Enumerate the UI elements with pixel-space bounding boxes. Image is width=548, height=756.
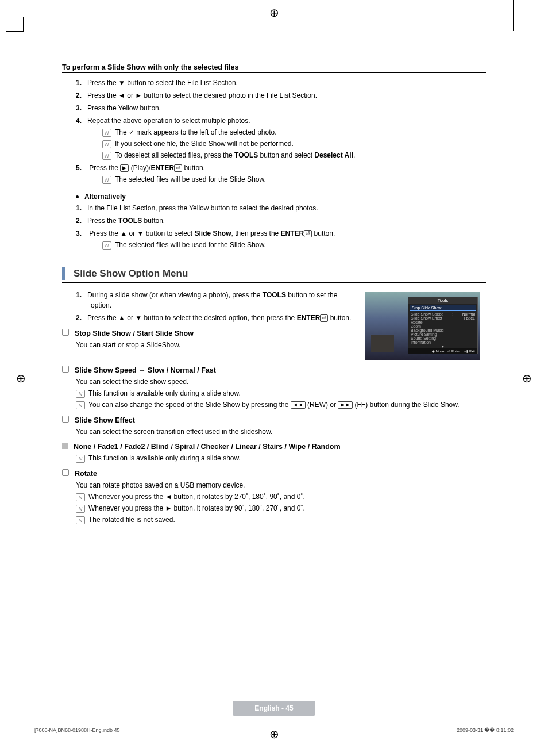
crop-mark bbox=[6, 17, 24, 32]
step-item: 1.Press the ▼ button to select the File … bbox=[87, 78, 486, 88]
section-title: To perform a Slide Show with only the se… bbox=[62, 63, 486, 73]
bullet-box-icon bbox=[62, 366, 69, 373]
note-icon: N bbox=[76, 505, 85, 513]
step-item: 1.In the File List Section, press the Ye… bbox=[87, 203, 486, 213]
tools-item: Rotate bbox=[408, 320, 477, 324]
note-item: NWhenever you press the ◄ button, it rot… bbox=[76, 492, 486, 502]
enter-icon: ⏎ bbox=[174, 164, 182, 172]
bullet-box-icon bbox=[62, 416, 69, 423]
play-icon: ▶ bbox=[120, 164, 129, 172]
note-item: NYou can also change the speed of the Sl… bbox=[76, 400, 486, 410]
note-icon: N bbox=[102, 129, 111, 137]
tools-row: Slide Show Speed:Normal bbox=[408, 312, 477, 316]
note-item: NIf you select one file, the Slide Show … bbox=[102, 139, 486, 149]
move-hint: ◆ Move bbox=[432, 349, 444, 353]
subsection-heading: Slide Show Speed → Slow / Normal / Fast bbox=[62, 366, 486, 374]
note-item: NTo deselect all selected files, press t… bbox=[102, 150, 486, 160]
subsection-heading: Slide Show Effect bbox=[62, 416, 486, 424]
note-icon: N bbox=[102, 152, 111, 160]
note-icon: N bbox=[102, 241, 111, 250]
note-item: NThis function is available only during … bbox=[76, 453, 486, 463]
rew-icon: ◄◄ bbox=[291, 401, 306, 409]
bullet-box-icon bbox=[62, 329, 69, 336]
tools-selected: Stop Slide Show bbox=[410, 305, 476, 311]
note-icon: N bbox=[76, 516, 85, 524]
source-file-label: [7000-NA]BN68-01988H-Eng.indb 45 bbox=[34, 727, 120, 733]
enter-hint: ⏎ Enter bbox=[447, 349, 460, 353]
step-item: 2.Press the TOOLS button. bbox=[87, 216, 486, 226]
timestamp-label: 2009-03-31 �� 8:11:02 bbox=[457, 727, 514, 733]
step-item: 3. Press the ▲ or ▼ button to select Sli… bbox=[87, 228, 486, 250]
tools-item: Sound Setting bbox=[408, 336, 477, 340]
step-item: 4.Repeat the above operation to select m… bbox=[87, 116, 486, 160]
note-item: NThe selected files will be used for the… bbox=[102, 174, 486, 185]
note-icon: N bbox=[76, 493, 85, 501]
tools-item: Information bbox=[408, 340, 477, 344]
registration-mark-icon: ⊕ bbox=[16, 371, 26, 385]
registration-mark-icon: ⊕ bbox=[522, 371, 532, 385]
bullet-icon bbox=[76, 195, 79, 198]
note-icon: N bbox=[102, 140, 111, 148]
step-item: 1.During a slide show (or when viewing a… bbox=[87, 290, 355, 310]
step-item: 3.Press the Yellow button. bbox=[87, 103, 486, 113]
bullet-box-icon bbox=[62, 469, 69, 476]
crop-mark bbox=[513, 0, 514, 31]
exit-hint: →▮ Exit bbox=[463, 349, 475, 353]
tools-row: Slide Show Effect:Fade1 bbox=[408, 316, 477, 320]
bullet-square-icon bbox=[62, 443, 68, 449]
tools-item: Picture Setting bbox=[408, 332, 477, 336]
ff-icon: ►► bbox=[338, 401, 353, 409]
subsection-heading: None / Fade1 / Fade2 / Blind / Spiral / … bbox=[62, 443, 486, 451]
tools-item: Background Music bbox=[408, 328, 477, 332]
tools-item: Zoom bbox=[408, 324, 477, 328]
page-footer-label: English - 45 bbox=[233, 701, 315, 716]
note-icon: N bbox=[76, 455, 85, 463]
note-item: NWhenever you press the ► button, it rot… bbox=[76, 503, 486, 513]
body-text: You can start or stop a SlideShow. bbox=[76, 340, 355, 350]
body-text: You can select the screen transition eff… bbox=[76, 427, 486, 437]
note-item: NThe ✓ mark appears to the left of the s… bbox=[102, 127, 486, 137]
tools-panel-screenshot: Tools Stop Slide Show Slide Show Speed:N… bbox=[365, 292, 480, 360]
registration-mark-icon: ⊕ bbox=[269, 6, 279, 20]
enter-icon: ⏎ bbox=[304, 230, 312, 237]
alternatively-label: Alternatively bbox=[76, 193, 486, 201]
body-text: You can rotate photos saved on a USB mem… bbox=[76, 480, 486, 490]
subsection-heading: Rotate bbox=[62, 469, 486, 478]
note-item: NThe selected files will be used for the… bbox=[102, 240, 486, 250]
registration-mark-icon: ⊕ bbox=[269, 727, 279, 741]
section-heading: Slide Show Option Menu bbox=[62, 267, 486, 283]
note-item: NThis function is available only during … bbox=[76, 388, 486, 398]
down-arrow-icon: ▼ bbox=[408, 344, 477, 348]
note-icon: N bbox=[76, 390, 85, 398]
note-item: NThe rotated file is not saved. bbox=[76, 515, 486, 525]
tools-title: Tools bbox=[408, 297, 477, 304]
step-item: 2.Press the ◄ or ► button to select the … bbox=[87, 90, 486, 101]
enter-icon: ⏎ bbox=[320, 314, 328, 322]
subsection-heading: Stop Slide Show / Start Slide Show bbox=[62, 329, 355, 337]
body-text: You can select the slide show speed. bbox=[76, 377, 486, 387]
step-item: 2.Press the ▲ or ▼ button to select the … bbox=[87, 313, 355, 323]
note-icon: N bbox=[102, 176, 111, 184]
step-item: 5. Press the ▶ (Play)/ENTER⏎ button. NTh… bbox=[87, 163, 486, 185]
accent-bar bbox=[62, 267, 65, 280]
note-icon: N bbox=[76, 401, 85, 409]
